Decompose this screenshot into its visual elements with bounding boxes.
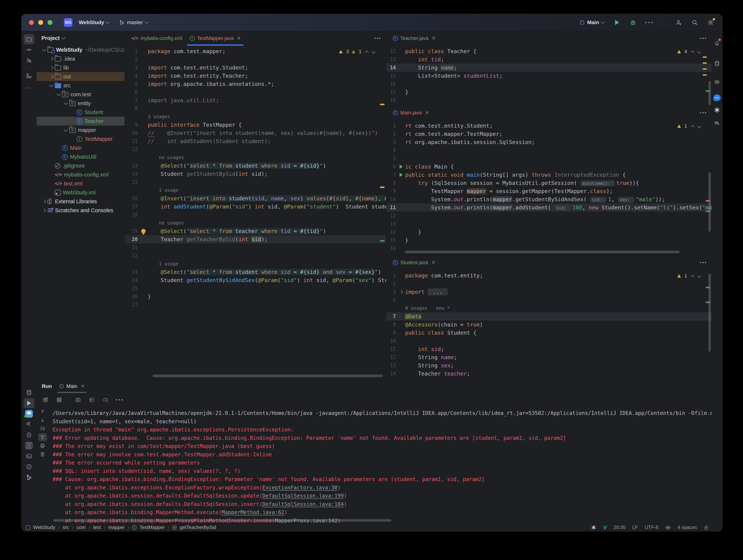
status-vlogo[interactable]: V — [603, 524, 607, 531]
prev-warning-icon[interactable] — [365, 50, 369, 54]
arrow-up-button[interactable] — [38, 407, 47, 416]
code-line-12[interactable]: 12 — [386, 212, 712, 220]
inspection-badge[interactable]: 1 — [677, 123, 700, 129]
inspection-badge[interactable]: 31 — [339, 49, 375, 54]
more-toolwindows-button[interactable]: … — [24, 81, 34, 91]
status-item-utf-8[interactable]: UTF-8 — [645, 524, 658, 530]
close-icon[interactable]: ✕ — [425, 110, 429, 116]
run-config-selector[interactable]: Main — [577, 18, 606, 27]
code-line-21[interactable]: 21 — [125, 244, 386, 252]
console-hscrollbar[interactable] — [53, 519, 391, 522]
code-line-2[interactable]: 2 — [125, 55, 386, 63]
code-line-9[interactable]: 9public class Student { — [386, 329, 712, 337]
project-panel-header[interactable]: Project — [37, 33, 125, 45]
tree-item-teacher[interactable]: CTeacher — [37, 117, 125, 126]
breadcrumb-item[interactable]: test — [93, 524, 101, 530]
code-line-6[interactable]: 6 — [125, 88, 386, 96]
code-line-7[interactable]: 7public static void main(String[] args) … — [386, 171, 712, 179]
chat-bubble-button[interactable] — [712, 93, 722, 103]
settings-button[interactable] — [706, 18, 715, 27]
close-button[interactable] — [29, 20, 34, 25]
code-line-4[interactable]: 4 — [386, 146, 712, 155]
code-line-6[interactable]: 6 — [386, 296, 712, 304]
code-line-18[interactable]: 18 — [386, 96, 712, 104]
status-unlock[interactable] — [704, 525, 709, 530]
notifications-bell-button[interactable] — [712, 38, 722, 48]
stacktrace-link[interactable]: DefaultSqlSession.java:199 — [262, 493, 344, 499]
project-selector[interactable]: WebStudy — [77, 18, 111, 27]
code-line-14[interactable]: 14 Student getStudentBySid(int sid); — [125, 170, 386, 178]
code-line-22[interactable]: 22 — [125, 252, 386, 260]
status-item-lf[interactable]: LF — [632, 524, 638, 530]
print-button[interactable] — [38, 442, 47, 449]
stacktrace-link[interactable]: ExceptionFactory.java:30 — [262, 484, 338, 491]
code-line-17[interactable]: 17 int addStudent(@Param("sid") int sid,… — [125, 203, 386, 211]
code-line-18[interactable]: 18 — [125, 211, 386, 219]
run-line-icon[interactable] — [400, 173, 403, 177]
stop-button[interactable] — [55, 395, 64, 404]
close-icon[interactable]: ✕ — [237, 35, 241, 41]
services-database-toolwindow-button[interactable] — [24, 388, 34, 398]
console-output[interactable]: /Users/eve/Library/Java/JavaVirtualMachi… — [48, 407, 712, 523]
code-line-6[interactable]: 6ic class Main { — [386, 163, 712, 171]
tree-item-student[interactable]: CStudent — [37, 108, 125, 117]
code-line-9[interactable]: 9 TestMapper mapper = session.getMapper(… — [386, 187, 712, 195]
status-openai[interactable] — [591, 525, 597, 530]
ai-robot-button[interactable] — [712, 77, 722, 87]
code-line-7[interactable]: 7@Data — [386, 312, 712, 320]
close-icon[interactable]: ✕ — [431, 260, 436, 265]
run-line-icon[interactable] — [400, 165, 403, 169]
run-toolwindow-button[interactable] — [24, 398, 34, 408]
code-line-3[interactable]: 3import com.test.entity.Student; — [125, 63, 386, 72]
next-warning-icon[interactable] — [697, 124, 701, 128]
close-icon[interactable]: ✕ — [432, 35, 436, 41]
tree-item-src[interactable]: src — [37, 81, 125, 90]
code-line-15[interactable]: 15} — [386, 236, 712, 244]
code-line-20[interactable]: 20 Teacher getTeacherBySid(int sid); — [125, 235, 386, 244]
next-warning-icon[interactable] — [697, 274, 701, 278]
code-line-16[interactable]: 16 — [386, 80, 712, 88]
tree-item-mybatisutil[interactable]: CMybatisUtil — [37, 153, 125, 161]
debug-button[interactable] — [628, 18, 638, 27]
zoom-button[interactable] — [48, 20, 52, 25]
code-line-2[interactable]: 2 — [386, 279, 712, 288]
code-line-8[interactable]: 8 try (SqlSession session = MybatisUtil.… — [386, 179, 712, 187]
next-warning-icon[interactable] — [372, 50, 376, 53]
search-everywhere-button[interactable] — [690, 18, 700, 27]
code-line-11[interactable]: 11 int sid; — [386, 345, 712, 353]
breadcrumb-item[interactable]: WebStudy — [33, 524, 55, 530]
code-line-12[interactable]: 12public class Teacher { — [386, 47, 712, 55]
tab-testmapper-java[interactable]: ITestMapper.java✕ — [186, 31, 245, 46]
structure-toolwindow-button[interactable] — [24, 71, 34, 81]
clear-trash-button[interactable] — [38, 450, 47, 458]
status-item-4-spaces[interactable]: 4 spaces — [678, 524, 697, 530]
code-line-9[interactable]: 9public interface TestMapper { — [125, 121, 386, 129]
arrow-down-button[interactable] — [38, 416, 47, 424]
tab-options-button[interactable] — [699, 258, 707, 267]
code-line-11[interactable]: 11 System.out.println(mapper.addStudent(… — [386, 204, 712, 212]
code-line-10[interactable]: 10// @Insert("insert into student(name, … — [125, 129, 386, 137]
code-line-3[interactable]: 3rt org.apache.ibatis.session.SqlSession… — [386, 138, 712, 146]
stacktrace-link[interactable]: MapperMethod.java:62 — [222, 509, 284, 515]
status-item-20-35[interactable]: 20:35 — [614, 524, 626, 530]
code-line-7[interactable]: 7import java.util.List; — [125, 96, 386, 104]
soft-wrap-button[interactable] — [38, 425, 47, 433]
code-line-14[interactable]: 14 String name; — [386, 63, 712, 72]
tree-item-com-test[interactable]: com.test — [37, 90, 125, 99]
code-line-13[interactable]: 13 @Select("select * from student where … — [125, 162, 386, 170]
code-line-23[interactable]: 23 @Select("select * from student where … — [125, 268, 386, 276]
prev-warning-icon[interactable] — [691, 125, 694, 129]
code-area[interactable]: 1rt com.test.entity.Student;2rt com.test… — [386, 120, 712, 255]
intention-bulb-icon[interactable] — [141, 229, 146, 233]
status-robot[interactable] — [665, 524, 671, 530]
breadcrumb-item[interactable]: TestMapper — [139, 524, 165, 530]
tree-item-mybatis-config-xml[interactable]: </>mybatis-config.xml — [37, 170, 125, 179]
tree-item-entity[interactable]: entity — [37, 99, 125, 108]
notebook-toolwindow-button[interactable]: [ ] — [24, 440, 34, 450]
code-line-11[interactable]: 11// int addStudent(Student student); — [125, 137, 386, 145]
more-actions-button[interactable] — [644, 18, 654, 27]
tab-mybatis-config-xml[interactable]: </>mybatis-config.xml — [128, 31, 186, 46]
terminal-toolwindow-button[interactable] — [24, 451, 34, 461]
profiler-toolwindow-button[interactable] — [24, 430, 34, 440]
code-line-15[interactable]: 15 — [125, 178, 386, 186]
